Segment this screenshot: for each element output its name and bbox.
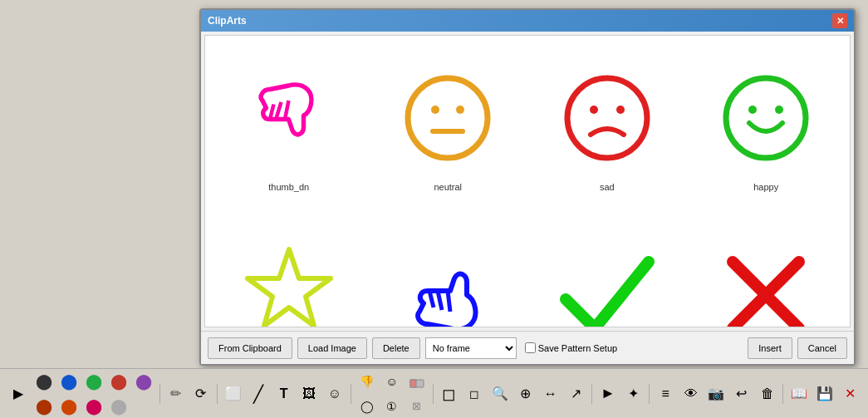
lasso-icon[interactable]: ◻ xyxy=(463,382,486,406)
pink-circle-icon[interactable]: ⬤ xyxy=(82,395,105,418)
zoom-icon[interactable]: 🔍 xyxy=(488,382,512,406)
black-circle-icon[interactable]: ⬤ xyxy=(32,370,56,393)
insert-button[interactable]: Insert xyxy=(748,337,792,359)
sparkle-icon[interactable]: ✦ xyxy=(622,382,645,406)
purple-circle-icon[interactable]: ⬤ xyxy=(132,370,155,393)
svg-point-8 xyxy=(590,106,598,114)
line-icon[interactable]: ╱ xyxy=(247,382,270,406)
cross-icon xyxy=(716,237,816,327)
dialog-close-button[interactable]: ✕ xyxy=(832,13,847,28)
separator-6 xyxy=(649,384,650,404)
svg-line-2 xyxy=(285,101,289,120)
dialog-title: ClipArts xyxy=(208,15,247,27)
separator-3 xyxy=(351,384,351,404)
main-toolbar: ▶ ⬤ ⬤ ⬤ ⬤ ⬤ ⬤ ⬤ ⬤ ⬤ ✏ ⟳ ⬜ ╱ T 🖼 ☺ 👎 ☺ xyxy=(0,368,868,418)
clipart-item-sad[interactable]: sad xyxy=(532,44,683,210)
thumb-dn-icon xyxy=(239,62,339,179)
save-pattern-area: Save Pattern Setup xyxy=(525,342,617,353)
star-icon xyxy=(239,237,339,327)
gray-circle-icon[interactable]: ⬤ xyxy=(107,395,130,418)
green-circle-icon[interactable]: ⬤ xyxy=(82,370,105,393)
thumb-up-icon xyxy=(398,237,498,327)
clipart-item-thumb-dn[interactable]: thumb_dn xyxy=(213,44,365,210)
svg-marker-13 xyxy=(248,249,331,326)
clipart-label-sad: sad xyxy=(600,182,615,192)
svg-rect-20 xyxy=(410,380,416,387)
undo-icon[interactable]: ↩ xyxy=(730,382,753,406)
separator-2 xyxy=(217,384,218,404)
clipart-item-neutral[interactable]: neutral xyxy=(373,44,524,210)
svg-point-12 xyxy=(775,106,783,114)
save-icon[interactable]: 💾 xyxy=(813,382,836,406)
open-book-icon[interactable]: 📖 xyxy=(787,382,811,406)
thumb-down-small-icon[interactable]: 👎 xyxy=(356,370,379,393)
cliparts-dialog: ClipArts ✕ thumb_dn xyxy=(199,8,856,366)
resize-icon[interactable]: ↗ xyxy=(565,382,588,406)
pencil-icon[interactable]: ✏ xyxy=(164,382,188,406)
brown-circle-icon[interactable]: ⬤ xyxy=(32,395,56,418)
color-buttons: ⬤ ⬤ ⬤ ⬤ ⬤ ⬤ ⬤ ⬤ ⬤ xyxy=(32,370,155,418)
circle-icon[interactable]: ◯ xyxy=(356,395,379,418)
svg-point-11 xyxy=(748,106,757,114)
neutral-face-icon xyxy=(398,62,498,179)
rectangle-icon[interactable]: ⬜ xyxy=(222,382,245,406)
clipart-grid: thumb_dn neutral sad xyxy=(204,35,851,327)
emoji-icon[interactable]: ☺ xyxy=(323,382,346,406)
extra-tools: 👎 ☺ ◯ ① ⊠ xyxy=(356,370,429,418)
clipart-item-star[interactable]: Star xyxy=(213,219,365,327)
svg-line-16 xyxy=(448,291,450,312)
separator-4 xyxy=(433,384,434,404)
dialog-titlebar: ClipArts ✕ xyxy=(201,10,854,32)
save-pattern-label: Save Pattern Setup xyxy=(538,343,617,353)
image-icon[interactable]: 🖼 xyxy=(298,382,321,406)
svg-point-3 xyxy=(408,78,488,158)
orange-circle-icon[interactable]: ⬤ xyxy=(57,395,81,418)
svg-point-10 xyxy=(726,78,806,158)
eye-icon[interactable]: 👁 xyxy=(679,382,703,406)
sad-face-icon xyxy=(557,62,657,179)
close-x-icon[interactable]: ✕ xyxy=(839,382,862,406)
resize-h-icon[interactable]: ↔ xyxy=(539,382,562,406)
clipart-label-neutral: neutral xyxy=(434,182,462,192)
clipart-item-thumb-up[interactable]: thumb_up xyxy=(373,219,524,327)
clipart-label-happy: happy xyxy=(753,182,778,192)
happy-face-icon xyxy=(716,62,816,179)
save-pattern-checkbox[interactable] xyxy=(525,342,536,353)
trash-icon[interactable]: 🗑 xyxy=(756,382,779,406)
arrow-right-icon[interactable]: ▶ xyxy=(7,382,30,406)
delete-button[interactable]: Delete xyxy=(372,337,420,359)
select-icon[interactable]: ◻ xyxy=(438,382,461,406)
cancel-small-icon[interactable]: ⊠ xyxy=(405,395,429,418)
svg-point-7 xyxy=(567,78,647,158)
dialog-footer: From Clipboard Load Image Delete No fram… xyxy=(201,331,854,364)
svg-point-5 xyxy=(456,106,464,114)
cursor-icon[interactable]: ► xyxy=(596,382,620,406)
load-image-button[interactable]: Load Image xyxy=(297,337,367,359)
list-icon[interactable]: ≡ xyxy=(654,382,677,406)
clipart-item-cross[interactable]: cross xyxy=(691,219,842,327)
separator-1 xyxy=(159,384,160,404)
clipart-label-thumb-dn: thumb_dn xyxy=(268,182,309,192)
clipart-item-tick[interactable]: tick xyxy=(532,219,683,327)
svg-point-4 xyxy=(431,106,439,114)
blue-circle-icon[interactable]: ⬤ xyxy=(57,370,81,393)
number-icon[interactable]: ① xyxy=(380,395,404,418)
from-clipboard-button[interactable]: From Clipboard xyxy=(208,337,292,359)
text-icon[interactable]: T xyxy=(272,382,296,406)
svg-point-9 xyxy=(616,106,625,114)
eraser-icon[interactable] xyxy=(405,370,429,393)
rotate-icon[interactable]: ⟳ xyxy=(189,382,213,406)
separator-7 xyxy=(782,384,783,404)
svg-line-15 xyxy=(438,291,442,310)
camera-icon[interactable]: 📷 xyxy=(705,382,728,406)
tick-icon xyxy=(557,237,657,327)
move-icon[interactable]: ⊕ xyxy=(513,382,537,406)
cancel-button[interactable]: Cancel xyxy=(797,337,847,359)
svg-line-1 xyxy=(276,102,281,120)
frame-select[interactable]: No frame xyxy=(425,337,517,359)
separator-5 xyxy=(591,384,592,404)
smiley-small-icon[interactable]: ☺ xyxy=(380,370,404,393)
red-circle-icon[interactable]: ⬤ xyxy=(107,370,130,393)
clipart-item-happy[interactable]: happy xyxy=(691,44,842,210)
